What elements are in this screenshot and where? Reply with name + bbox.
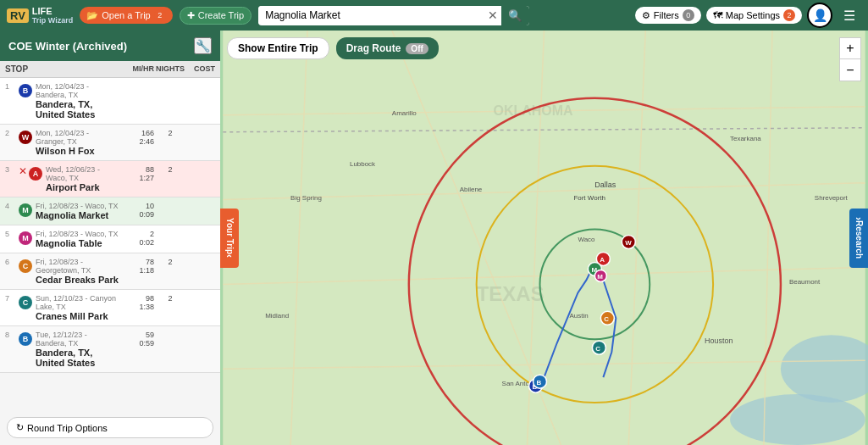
svg-text:OKLAHOMA: OKLAHOMA bbox=[494, 103, 573, 118]
search-icon: 🔍 bbox=[508, 9, 522, 22]
plus-icon: ✚ bbox=[187, 10, 195, 21]
trip-title: COE Winter (Archived) bbox=[8, 40, 127, 53]
stop-icon-6: C bbox=[19, 259, 32, 273]
chevron-left-icon: ‹ bbox=[224, 254, 235, 258]
col-cost-label: COST bbox=[186, 64, 215, 74]
search-clear-button[interactable]: ✕ bbox=[484, 8, 501, 22]
svg-text:C: C bbox=[595, 345, 600, 353]
svg-text:Lubbock: Lubbock bbox=[350, 160, 375, 168]
stop-icon-5: M bbox=[19, 231, 32, 245]
table-row[interactable]: 3 ✕ A Wed, 12/06/23 - Waco, TX Airport P… bbox=[0, 161, 220, 197]
refresh-icon: ↻ bbox=[16, 422, 24, 433]
svg-text:Texarkana: Texarkana bbox=[730, 135, 761, 142]
table-row[interactable]: 6 C Fri, 12/08/23 - Georgetown, TX Cedar… bbox=[0, 253, 220, 290]
wrench-button[interactable]: 🔧 bbox=[194, 37, 212, 54]
stop-icon-7: C bbox=[19, 296, 32, 309]
map-settings-button[interactable]: 🗺 Map Settings 2 bbox=[706, 7, 802, 24]
table-row[interactable]: 1 B Mon, 12/04/23 - Bandera, TX Bandera,… bbox=[0, 78, 220, 125]
svg-text:Big Spring: Big Spring bbox=[290, 194, 322, 202]
table-header: STOP MI/HR NIGHTS COST bbox=[0, 61, 220, 78]
your-trip-tab[interactable]: Your Trip ‹ bbox=[220, 209, 239, 268]
svg-text:Amarillo: Amarillo bbox=[392, 109, 417, 117]
main-content: COE Winter (Archived) 🔧 STOP MI/HR NIGHT… bbox=[0, 31, 868, 445]
svg-text:Midland: Midland bbox=[265, 312, 289, 320]
svg-point-3 bbox=[730, 394, 865, 445]
search-submit-button[interactable]: 🔍 bbox=[501, 6, 529, 25]
table-row[interactable]: 2 W Mon, 12/04/23 - Granger, TX Wilson H… bbox=[0, 125, 220, 161]
map-background[interactable]: Dallas Fort Worth Waco Austin San Antoni… bbox=[220, 31, 868, 445]
top-right-controls: ⚙ Filters 0 🗺 Map Settings 2 👤 ☰ bbox=[635, 3, 861, 28]
sidebar-header: COE Winter (Archived) 🔧 bbox=[0, 31, 220, 61]
map-area: Dallas Fort Worth Waco Austin San Antoni… bbox=[220, 31, 868, 445]
filter-icon: ⚙ bbox=[642, 10, 650, 21]
research-tab[interactable]: › Research bbox=[849, 209, 868, 268]
col-nights-label: NIGHTS bbox=[154, 64, 186, 74]
person-icon-button[interactable]: 👤 bbox=[809, 3, 831, 27]
stop-icon-3: A bbox=[29, 167, 42, 181]
drag-route-button[interactable]: Drag Route Off bbox=[336, 37, 439, 59]
svg-text:W: W bbox=[625, 239, 632, 247]
svg-text:TEXAS: TEXAS bbox=[477, 282, 545, 305]
stop-icon-2: W bbox=[19, 131, 32, 144]
col-mihr-label: MI/HR bbox=[119, 64, 154, 74]
svg-text:C: C bbox=[604, 315, 609, 323]
logo-rv: RV bbox=[7, 8, 29, 23]
show-entire-trip-button[interactable]: Show Entire Trip bbox=[227, 37, 329, 59]
svg-text:Shreveport: Shreveport bbox=[815, 194, 849, 202]
filters-badge: 0 bbox=[683, 9, 694, 21]
table-row[interactable]: 5 M Fri, 12/08/23 - Waco, TX Magnolia Ta… bbox=[0, 225, 220, 253]
zoom-controls: + − bbox=[839, 37, 861, 81]
logo-life: LIFE bbox=[32, 6, 73, 16]
folder-icon: 📂 bbox=[86, 10, 98, 21]
svg-text:Austin: Austin bbox=[569, 312, 588, 320]
svg-text:Fort Worth: Fort Worth bbox=[573, 194, 605, 202]
stop-icon-8: B bbox=[19, 332, 32, 346]
open-trip-badge: 2 bbox=[154, 9, 166, 21]
svg-text:Waco: Waco bbox=[578, 236, 595, 243]
stop-icon-4: M bbox=[19, 203, 32, 217]
open-trip-button[interactable]: 📂 Open a Trip 2 bbox=[80, 7, 172, 24]
menu-button[interactable]: ☰ bbox=[838, 3, 861, 27]
search-input[interactable] bbox=[258, 6, 484, 25]
map-controls: Show Entire Trip Drag Route Off bbox=[227, 37, 439, 59]
top-bar: RV LIFE Trip Wizard 📂 Open a Trip 2 ✚ Cr… bbox=[0, 0, 868, 31]
zoom-out-button[interactable]: − bbox=[839, 59, 861, 81]
zoom-in-button[interactable]: + bbox=[839, 37, 861, 59]
svg-text:Dallas: Dallas bbox=[594, 181, 616, 189]
create-trip-button[interactable]: ✚ Create Trip bbox=[180, 7, 252, 25]
stop-icon-1: B bbox=[19, 84, 32, 97]
svg-text:Beaumont: Beaumont bbox=[789, 278, 821, 286]
table-row[interactable]: 4 M Fri, 12/08/23 - Waco, TX Magnolia Ma… bbox=[0, 197, 220, 225]
svg-text:M: M bbox=[597, 273, 603, 281]
drag-route-state: Off bbox=[406, 43, 428, 54]
research-handle: › Research bbox=[849, 209, 868, 268]
delete-stop-button[interactable]: ✕ bbox=[19, 165, 27, 177]
filters-button[interactable]: ⚙ Filters 0 bbox=[635, 7, 701, 24]
map-icon: 🗺 bbox=[713, 10, 722, 20]
svg-text:A: A bbox=[600, 256, 605, 264]
search-bar: ✕ 🔍 bbox=[258, 6, 529, 25]
svg-text:Abilene: Abilene bbox=[460, 186, 483, 193]
table-row[interactable]: 8 B Tue, 12/12/23 - Bandera, TX Bandera,… bbox=[0, 326, 220, 373]
round-trip-button[interactable]: ↻ Round Trip Options bbox=[7, 417, 213, 438]
trip-list: 1 B Mon, 12/04/23 - Bandera, TX Bandera,… bbox=[0, 78, 220, 410]
svg-text:B: B bbox=[537, 379, 542, 387]
col-stop-label: STOP bbox=[5, 64, 24, 74]
table-row[interactable]: 7 C Sun, 12/10/23 - Canyon Lake, TX Cran… bbox=[0, 290, 220, 326]
your-trip-handle: Your Trip ‹ bbox=[220, 209, 239, 268]
sidebar: COE Winter (Archived) 🔧 STOP MI/HR NIGHT… bbox=[0, 31, 220, 445]
hamburger-icon: ☰ bbox=[843, 8, 855, 24]
logo-sub: Trip Wizard bbox=[32, 17, 73, 25]
logo: RV LIFE Trip Wizard bbox=[7, 6, 73, 24]
svg-text:Houston: Houston bbox=[705, 337, 733, 345]
map-settings-badge: 2 bbox=[783, 9, 795, 21]
